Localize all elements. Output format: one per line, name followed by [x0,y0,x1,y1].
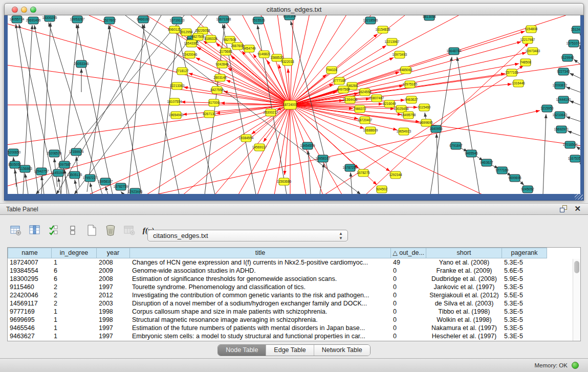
graph-node[interactable]: 10719133 [170,17,185,24]
graph-node[interactable]: 8267130 [203,111,216,118]
network-canvas[interactable]: 1405572420691406183002951095328715276026… [8,15,580,194]
column-header-out-de-[interactable]: △ out_de... [391,248,426,258]
scrollbar-thumb[interactable] [574,261,579,273]
column-header-pagerank[interactable]: pagerank [502,248,547,258]
graph-node[interactable]: 8216049 [383,100,396,107]
graph-node[interactable]: 9129946 [561,54,574,61]
graph-node[interactable]: 12093872 [553,82,568,89]
graph-node[interactable]: 8186328 [204,35,217,42]
row-height-icon[interactable] [66,224,79,237]
graph-node[interactable]: 7986372 [353,105,366,113]
graph-node[interactable]: 11451944 [51,169,66,177]
graph-node[interactable]: 2718127 [176,68,189,75]
graph-node[interactable]: 10807487 [369,95,384,102]
graph-node[interactable]: 18300295 [42,15,57,21]
graph-node[interactable]: 9777169 [495,167,509,174]
graph-node[interactable]: 1624554 [358,89,372,96]
graph-node[interactable]: 9463627 [480,159,493,166]
graph-node[interactable]: 19384554 [239,135,254,142]
column-header-in-degree[interactable]: in_degree [52,248,97,258]
delete-table-icon[interactable] [123,224,136,237]
graph-node[interactable]: 16671388 [216,16,231,23]
graph-node[interactable]: 16958187 [98,178,113,185]
graph-node[interactable]: 25200650 [8,149,21,156]
window-resize-grip[interactable] [575,194,583,200]
graph-node[interactable]: 9146821 [257,51,271,58]
graph-node[interactable]: 12975165 [403,81,418,88]
graph-node[interactable]: 748508 [520,59,531,66]
graph-node[interactable]: 8960125 [168,26,181,33]
graph-node[interactable]: 6497568 [337,86,350,93]
table-row[interactable]: 969969511998Structural magnetic resonanc… [8,316,580,324]
graph-node[interactable]: 1577165 [505,69,518,76]
graph-node[interactable]: 1527602 [103,17,116,24]
graph-node[interactable]: 12213967 [385,38,400,46]
graph-node[interactable]: 9227343 [557,68,570,75]
graph-node[interactable]: 22420046 [183,51,198,58]
graph-node[interactable]: 16154838 [376,26,390,33]
column-header-title[interactable]: title [130,248,391,258]
graph-node[interactable]: 17359924 [69,148,84,156]
graph-node[interactable]: 1678275 [357,169,370,177]
graph-node[interactable]: 19654943 [169,112,184,119]
graph-node[interactable]: 16210643 [553,112,568,119]
graph-node[interactable]: 1512449 [571,26,580,33]
graph-node[interactable]: 9777169 [333,77,346,84]
graph-node[interactable]: 1640955 [429,125,443,133]
graph-node[interactable]: 794028 [326,67,337,74]
graph-node[interactable]: 18724007 [283,101,298,110]
graph-node[interactable]: 16648784 [447,48,462,55]
graph-node[interactable]: 8131304 [283,15,296,20]
citation-network-graph[interactable]: 1405572420691406183002951095328715276026… [8,15,580,194]
graph-node[interactable]: 13505135 [68,171,82,179]
table-mode-icon[interactable] [9,224,23,237]
table-row[interactable]: 977716911998Corpus callosum shape and si… [8,308,580,316]
graph-node[interactable]: 12444190 [556,96,571,103]
graph-node[interactable]: 18107554 [167,98,182,105]
column-header-year[interactable]: year [97,248,130,258]
graph-node[interactable]: 8427552 [210,86,224,94]
column-header-short[interactable]: short [426,248,502,258]
graph-node[interactable]: 7515526 [252,17,265,24]
graph-node[interactable]: 9827509 [191,33,205,40]
graph-node[interactable]: 19654923 [397,128,411,135]
graph-node[interactable]: 10958167 [316,155,331,162]
graph-node[interactable]: 2667608 [231,42,244,50]
graph-node[interactable]: 14055724 [10,16,25,23]
graph-node[interactable]: 16782759 [114,183,128,190]
table-row[interactable]: 911546021997Tourette syndrome. Phenomeno… [8,283,580,291]
graph-node[interactable]: 9322033 [281,58,294,65]
graph-node[interactable]: 3215953 [540,105,554,112]
table-selector-dropdown[interactable]: citations_edges.txt ▲▼ [147,230,348,242]
graph-node[interactable]: 20206576 [47,150,62,157]
graph-node[interactable]: 3175685 [219,48,232,55]
table-row[interactable]: 1872400712008Changes of HCN gene express… [8,258,580,267]
graph-node[interactable]: 8813054 [423,15,436,20]
graph-node[interactable]: 9097587 [58,161,71,168]
table-row[interactable]: 946362711997Embryonic stem cells: a mode… [8,332,580,340]
graph-node[interactable]: 9242848 [215,61,229,68]
graph-node[interactable]: 7485063 [399,67,412,74]
node-table[interactable]: namein_degreeyeartitle△ out_de...shortpa… [7,247,581,341]
graph-node[interactable]: 18720407 [358,117,373,124]
graph-node[interactable]: 12923446 [128,188,143,194]
memory-ok-indicator-icon[interactable] [572,362,579,369]
show-column-icon[interactable] [28,224,41,237]
graph-node[interactable]: 9699695 [420,119,433,126]
graph-node[interactable]: 6466160 [137,16,150,23]
graph-node[interactable]: 10688609 [363,127,378,134]
graph-node[interactable]: 9699695 [508,174,521,182]
graph-node[interactable]: 13454559 [300,142,315,149]
delete-column-icon[interactable] [104,224,117,237]
graph-node[interactable]: 9463627 [405,96,418,103]
select-columns-icon[interactable] [47,224,60,237]
graph-node[interactable]: 17957227 [83,174,98,182]
graph-node[interactable]: 12942757 [34,168,49,175]
graph-node[interactable]: 19218586 [363,17,378,24]
graph-node[interactable]: 1292344 [389,171,402,179]
graph-node[interactable]: 20691406 [26,17,41,24]
graph-node[interactable]: 1316446 [512,80,525,87]
graph-node[interactable]: 20053346 [74,60,89,68]
graph-node[interactable]: 12213363 [170,82,185,90]
graph-node[interactable]: 25300217 [264,109,278,116]
